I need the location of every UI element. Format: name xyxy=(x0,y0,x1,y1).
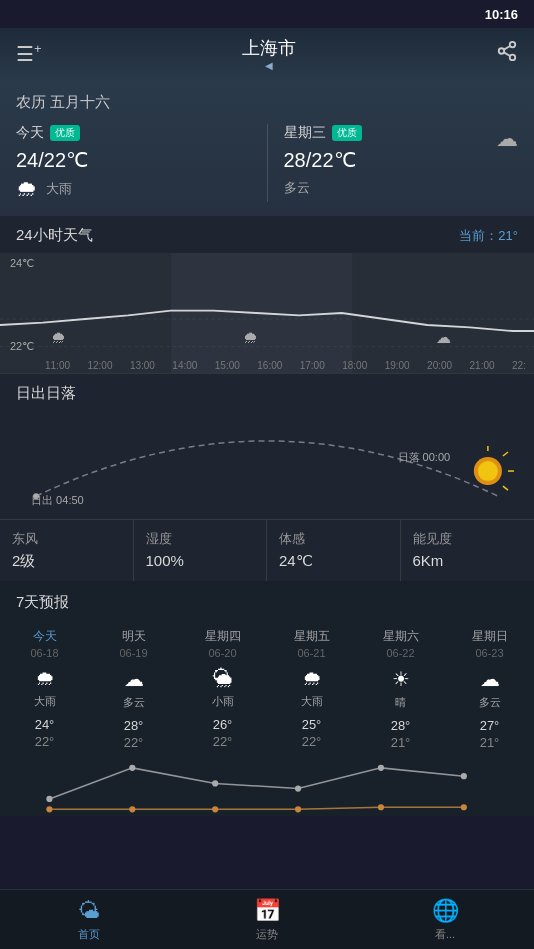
tomorrow-weather: 星期三 优质 28/22℃ ☁ 多云 xyxy=(268,124,519,197)
nav-home-label: 首页 xyxy=(78,927,100,942)
today-weather: 今天 优质 24/22℃ 🌧 大雨 xyxy=(16,124,268,202)
svg-point-33 xyxy=(461,804,467,810)
day-date: 06-21 xyxy=(271,647,352,659)
day-high-temp: 27° xyxy=(449,718,530,733)
svg-line-4 xyxy=(504,46,510,50)
hourly-chart: 24℃ 22℃ 🌧 🌧 ☁ 11:00 12:00 13:00 14:00 15… xyxy=(0,253,534,373)
nav-news[interactable]: 🌐 看... xyxy=(356,898,534,942)
today-desc: 大雨 xyxy=(46,180,72,198)
svg-point-29 xyxy=(129,806,135,812)
day-weather-icon: 🌦 xyxy=(182,667,263,690)
svg-point-0 xyxy=(510,42,516,48)
svg-text:☁: ☁ xyxy=(436,328,451,346)
svg-point-22 xyxy=(46,796,52,802)
svg-line-16 xyxy=(503,452,508,456)
feels-like-info: 体感 24℃ xyxy=(267,520,401,581)
temp-trend-svg xyxy=(8,756,526,816)
day-low-temp: 22° xyxy=(182,734,263,749)
menu-button[interactable]: ☰+ xyxy=(16,41,42,66)
day-name: 明天 xyxy=(93,628,174,645)
sunrise-arc-svg: 日出 04:50 日落 00:00 xyxy=(16,411,518,511)
forecast-days: 今天 06-18 🌧 大雨 24° 22° 明天 06-19 ☁ 多云 28° … xyxy=(0,622,534,756)
temp-trend-chart xyxy=(0,756,534,816)
news-icon: 🌐 xyxy=(432,898,459,924)
day-low-temp: 21° xyxy=(360,735,441,750)
svg-text:🌧: 🌧 xyxy=(51,328,66,346)
svg-line-3 xyxy=(504,52,510,56)
nav-fortune[interactable]: 📅 运势 xyxy=(178,898,356,942)
svg-point-27 xyxy=(461,773,467,779)
svg-point-14 xyxy=(478,461,498,481)
tomorrow-icon: ☁ xyxy=(496,126,518,152)
svg-point-30 xyxy=(212,806,218,812)
share-button[interactable] xyxy=(496,40,518,67)
day-weather-desc: 小雨 xyxy=(182,694,263,709)
today-label: 今天 优质 xyxy=(16,124,251,142)
day-high-temp: 28° xyxy=(360,718,441,733)
hourly-section: 24小时天气 当前：21° 24℃ 22℃ 🌧 🌧 ☁ 11:00 12:00 … xyxy=(0,216,534,373)
day-weather-icon: ☁ xyxy=(93,667,174,691)
day-weather-icon: 🌧 xyxy=(4,667,85,690)
sunrise-arc: 日出 04:50 日落 00:00 xyxy=(16,411,518,511)
forecast-day-2[interactable]: 星期四 06-20 🌦 小雨 26° 22° xyxy=(178,622,267,756)
svg-point-2 xyxy=(510,55,516,60)
bottom-nav: 🌤 首页 📅 运势 🌐 看... xyxy=(0,889,534,949)
forecast-day-5[interactable]: 星期日 06-23 ☁ 多云 27° 21° xyxy=(445,622,534,756)
day-name: 星期四 xyxy=(182,628,263,645)
svg-point-26 xyxy=(378,765,384,771)
day-low-temp: 22° xyxy=(4,734,85,749)
svg-point-23 xyxy=(129,765,135,771)
svg-text:日落 00:00: 日落 00:00 xyxy=(398,451,451,463)
today-icon: 🌧 xyxy=(16,176,38,202)
hourly-current: 当前：21° xyxy=(459,227,518,245)
day-weather-desc: 晴 xyxy=(360,695,441,710)
day-weather-desc: 多云 xyxy=(93,695,174,710)
wind-info: 东风 2级 xyxy=(0,520,134,581)
status-time: 10:16 xyxy=(485,7,518,22)
day-low-temp: 22° xyxy=(271,734,352,749)
svg-point-1 xyxy=(499,48,505,54)
lunar-section: 农历 五月十六 今天 优质 24/22℃ 🌧 大雨 星期三 优质 xyxy=(0,83,534,216)
day-weather-desc: 大雨 xyxy=(271,694,352,709)
forecast-title: 7天预报 xyxy=(0,593,534,622)
city-name: 上海市 xyxy=(42,36,496,60)
tomorrow-temp: 28/22℃ xyxy=(284,148,489,172)
fortune-icon: 📅 xyxy=(254,898,281,924)
day-weather-icon: ☀ xyxy=(360,667,441,691)
home-icon: 🌤 xyxy=(78,898,100,924)
svg-point-24 xyxy=(212,780,218,786)
svg-text:🌧: 🌧 xyxy=(243,328,258,346)
forecast-section: 7天预报 今天 06-18 🌧 大雨 24° 22° 明天 06-19 ☁ 多云… xyxy=(0,581,534,816)
svg-line-18 xyxy=(503,486,508,490)
temp-low: 22℃ xyxy=(10,340,34,353)
svg-point-32 xyxy=(378,804,384,810)
lunar-date: 农历 五月十六 xyxy=(16,93,518,112)
forecast-day-0[interactable]: 今天 06-18 🌧 大雨 24° 22° xyxy=(0,622,89,756)
hourly-title: 24小时天气 xyxy=(16,226,93,245)
forecast-day-1[interactable]: 明天 06-19 ☁ 多云 28° 22° xyxy=(89,622,178,756)
hourly-chart-svg: 🌧 🌧 ☁ xyxy=(0,253,534,373)
nav-home[interactable]: 🌤 首页 xyxy=(0,898,178,942)
svg-point-21 xyxy=(33,493,39,499)
day-low-temp: 22° xyxy=(93,735,174,750)
tomorrow-quality-badge: 优质 xyxy=(332,125,362,141)
visibility-info: 能见度 6Km xyxy=(401,520,535,581)
status-bar: 10:16 xyxy=(0,0,534,28)
humidity-info: 湿度 100% xyxy=(134,520,268,581)
sunrise-title: 日出日落 xyxy=(16,384,76,403)
day-weather-icon: ☁ xyxy=(449,667,530,691)
day-name: 星期五 xyxy=(271,628,352,645)
day-date: 06-20 xyxy=(182,647,263,659)
day-date: 06-23 xyxy=(449,647,530,659)
forecast-day-4[interactable]: 星期六 06-22 ☀ 晴 28° 21° xyxy=(356,622,445,756)
day-date: 06-18 xyxy=(4,647,85,659)
day-date: 06-22 xyxy=(360,647,441,659)
day-name: 星期六 xyxy=(360,628,441,645)
day-name: 星期日 xyxy=(449,628,530,645)
nav-fortune-label: 运势 xyxy=(256,927,278,942)
today-temp: 24/22℃ xyxy=(16,148,251,172)
svg-point-28 xyxy=(46,806,52,812)
forecast-day-3[interactable]: 星期五 06-21 🌧 大雨 25° 22° xyxy=(267,622,356,756)
svg-rect-7 xyxy=(352,253,534,373)
svg-point-31 xyxy=(295,806,301,812)
